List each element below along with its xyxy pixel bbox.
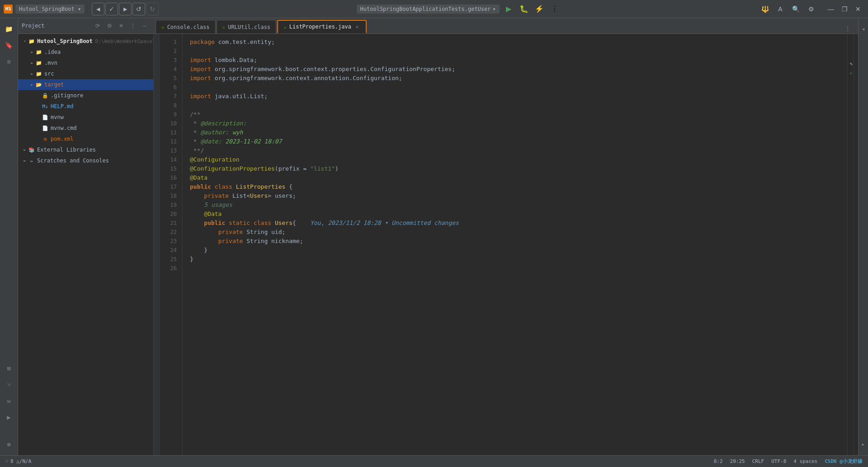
ln-4: 4 [160,65,177,74]
icon-extlibs: 📚 [28,146,35,153]
close-button[interactable]: ✕ [852,3,864,15]
sidebar-icon-run[interactable]: ▶ [2,410,16,424]
icon-scratches: ✏ [28,157,35,164]
status-time-label: 20:25 [730,458,745,464]
minimap[interactable] [854,34,858,455]
sidebar-right-icon-1[interactable]: ◀ [856,22,868,36]
nav-check-button[interactable]: ✓ [105,3,118,15]
title-center: HutoolSpringBootApplicationTests.getUser… [162,3,755,15]
tree-label-mvnw: mvnw [51,114,64,120]
tree-item-idea[interactable]: ► 📁 .idea [18,47,153,57]
tab-console[interactable]: ☕ Console.class [156,20,216,33]
code-line-23: } [190,246,840,255]
tab-icon-console: ☕ [161,24,165,30]
nav-undo-button[interactable]: ↺ [132,3,145,15]
sidebar-icon-expand[interactable]: ⊕ [2,437,16,452]
tree-arrow-mvn: ► [29,60,35,66]
panel-gear-btn[interactable]: ⚙ [104,21,114,31]
status-user-badge[interactable]: CSDN @小龙虾缘 [825,458,863,465]
tree-item-root[interactable]: ▾ 📁 Hutool_SpringBoot D:\Web\WebWorkSpac… [18,36,153,47]
panel-sync-btn[interactable]: ⟳ [93,21,103,31]
sidebar-icon-messages[interactable]: ✉ [2,394,16,408]
minimize-button[interactable]: — [825,3,837,15]
code-line-10: * @description: [190,119,840,128]
window-controls: — ❐ ✕ [825,3,864,15]
tab-action-recent[interactable]: ⋮ [843,24,853,33]
ln-9: 9 [160,110,177,119]
status-encoding[interactable]: UTF-8 [771,458,786,464]
tree-item-mvnwcmd[interactable]: 📄 mvnw.cmd [18,123,153,133]
tree-arrow-scratches: ► [22,157,28,164]
code-line-21: private String uid; [190,228,840,237]
panel-title: Project [22,23,91,29]
tree-item-extlibs[interactable]: ► 📚 External Libraries [18,144,153,155]
folder-icon-root: 📁 [28,38,35,45]
status-time[interactable]: 20:25 [730,458,745,464]
nav-forward-button[interactable]: ► [119,3,132,15]
folder-icon-idea: 📁 [35,48,42,56]
settings-button[interactable]: ⚙ [805,3,817,15]
tree-item-mvn[interactable]: ► 📁 .mvn [18,57,153,68]
app-icon: HS [4,5,13,14]
run-button[interactable]: ▶ [502,3,515,15]
status-line-ending[interactable]: CRLF [752,458,764,464]
tree-item-pomxml[interactable]: m pom.xml [18,133,153,144]
status-bar: ⑂ 8 △/N/A 8:2 20:25 CRLF UTF-8 4 spaces … [0,455,868,467]
tree-spacer-pomxml [35,136,42,142]
status-git[interactable]: ⑂ 8 △/N/A [5,458,31,464]
panel-options-btn[interactable]: ⋮ [128,21,138,31]
tree-label-scratches: Scratches and Consoles [37,157,109,164]
code-content[interactable]: package com.test.entity; import lombok.D… [183,34,847,455]
maximize-button[interactable]: ❐ [838,3,851,15]
status-indent[interactable]: 4 spaces [793,458,817,464]
tree-item-helpmd[interactable]: M↓ HELP.md [18,101,153,112]
tree-label-src: src [44,71,54,77]
folder-icon-src: 📁 [35,70,42,77]
right-sidebar-icons: ◀ ▶ [858,18,868,455]
sidebar-icon-project[interactable]: 📁 [2,22,16,36]
gutter-edit-icon[interactable]: ✎ [849,61,853,67]
sidebar-icon-structure[interactable]: ≡ [2,54,16,69]
nav-back-button[interactable]: ◄ [92,3,104,15]
ln-6: 6 [160,83,177,92]
more-run-button[interactable]: ⋮ [548,3,561,15]
tree-label-helpmd: HELP.md [51,103,74,110]
sidebar-icon-terminal[interactable]: ⊞ [2,361,16,376]
tree-item-mvnw[interactable]: 📄 mvnw [18,112,153,123]
line-gutter-area [154,34,160,455]
code-line-usages: 5 usages [190,200,840,210]
gutter-save-icon[interactable]: ✓ [849,70,853,76]
tab-close-listprops[interactable]: ✕ [354,24,360,30]
tree-item-src[interactable]: ► 📁 src [18,68,153,79]
ln-3: 3 [160,56,177,65]
editor-tabs: ☕ Console.class ☕ URLUtil.class ☕ ListPr… [154,18,858,34]
nav-redo-button[interactable]: ↻ [146,3,159,15]
ln-8: 8 [160,101,177,110]
code-line-7: import java.util.List; [190,92,840,101]
tabs-right: ⋮ [839,24,856,33]
code-line-14: @Configuration [190,155,840,164]
panel-collapse-btn[interactable]: ✕ [116,21,126,31]
status-position[interactable]: 8:2 [714,458,723,464]
code-line-13: **/ [190,146,840,155]
tree-item-scratches[interactable]: ► ✏ Scratches and Consoles [18,155,153,166]
icon-helpmd: M↓ [42,103,49,110]
tree-item-gitignore[interactable]: 🔒 .gitignore [18,90,153,101]
panel-hide-btn[interactable]: – [140,21,150,31]
debug-button[interactable]: 🐛 [518,3,530,15]
tab-urlutil[interactable]: ☕ URLUtil.class [217,20,277,33]
search-button[interactable]: 🔍 [789,3,802,15]
translate-button[interactable]: A [774,3,787,15]
tree-item-target[interactable]: ► 📂 target [18,79,153,90]
sidebar-right-icon-2[interactable]: ▶ [856,437,868,452]
sidebar-icon-bookmark[interactable]: 🔖 [2,38,16,52]
sidebar-icon-git[interactable]: ⑂ [2,377,16,392]
run-config-selector[interactable]: HutoolSpringBootApplicationTests.getUser… [357,5,500,14]
tab-listprops[interactable]: ☕ ListProperties.java ✕ [277,20,367,33]
project-selector[interactable]: Hutool_SpringBoot ▾ [15,5,85,14]
vcs-icon-button[interactable]: 🔱 [759,3,771,15]
tree-spacer-gitignore [35,92,42,99]
tree-label-mvn: .mvn [44,60,57,66]
main-layout: 📁 🔖 ≡ ⊞ ⑂ ✉ ▶ ⊕ Project ⟳ ⚙ ✕ ⋮ – ▾ 📁 Hu… [0,18,868,455]
coverage-button[interactable]: ⚡ [533,3,546,15]
